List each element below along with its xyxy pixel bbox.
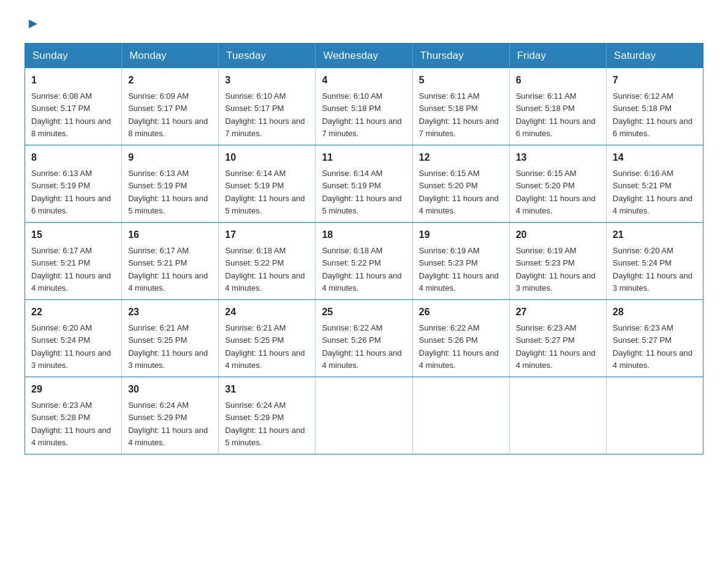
header-day-tuesday: Tuesday [219, 44, 316, 69]
day-number: 12 [419, 150, 503, 165]
day-info: Sunrise: 6:21 AMSunset: 5:25 PMDaylight:… [128, 323, 208, 370]
day-info: Sunrise: 6:21 AMSunset: 5:25 PMDaylight:… [225, 323, 305, 370]
day-number: 7 [613, 73, 697, 88]
day-info: Sunrise: 6:22 AMSunset: 5:26 PMDaylight:… [322, 323, 401, 370]
calendar-cell: 16 Sunrise: 6:17 AMSunset: 5:21 PMDaylig… [122, 223, 219, 300]
calendar-cell: 7 Sunrise: 6:12 AMSunset: 5:18 PMDayligh… [606, 68, 703, 145]
calendar-cell: 22 Sunrise: 6:20 AMSunset: 5:24 PMDaylig… [25, 300, 122, 377]
calendar-cell: 3 Sunrise: 6:10 AMSunset: 5:17 PMDayligh… [219, 68, 316, 145]
calendar-cell [316, 377, 412, 454]
calendar-cell: 1 Sunrise: 6:08 AMSunset: 5:17 PMDayligh… [25, 68, 122, 145]
day-number: 20 [516, 228, 600, 242]
day-number: 14 [613, 150, 697, 165]
day-number: 22 [31, 305, 115, 320]
calendar-cell: 29 Sunrise: 6:23 AMSunset: 5:28 PMDaylig… [25, 377, 122, 454]
calendar-cell: 2 Sunrise: 6:09 AMSunset: 5:17 PMDayligh… [122, 68, 219, 145]
calendar-cell [509, 377, 606, 454]
calendar-cell: 11 Sunrise: 6:14 AMSunset: 5:19 PMDaylig… [316, 145, 412, 223]
day-info: Sunrise: 6:11 AMSunset: 5:18 PMDaylight:… [419, 91, 499, 138]
calendar-cell [606, 377, 703, 454]
day-number: 13 [516, 150, 600, 165]
day-info: Sunrise: 6:23 AMSunset: 5:27 PMDaylight:… [613, 323, 692, 370]
day-info: Sunrise: 6:18 AMSunset: 5:22 PMDaylight:… [225, 246, 305, 293]
day-number: 25 [322, 305, 406, 320]
day-info: Sunrise: 6:14 AMSunset: 5:19 PMDaylight:… [225, 169, 305, 215]
calendar-cell: 21 Sunrise: 6:20 AMSunset: 5:24 PMDaylig… [606, 223, 703, 300]
calendar-cell: 10 Sunrise: 6:14 AMSunset: 5:19 PMDaylig… [219, 145, 316, 223]
day-info: Sunrise: 6:14 AMSunset: 5:19 PMDaylight:… [322, 169, 401, 215]
day-number: 19 [419, 228, 503, 242]
day-number: 9 [128, 150, 212, 165]
day-info: Sunrise: 6:13 AMSunset: 5:19 PMDaylight:… [31, 169, 111, 215]
header-row: SundayMondayTuesdayWednesdayThursdayFrid… [25, 44, 703, 69]
day-info: Sunrise: 6:23 AMSunset: 5:28 PMDaylight:… [31, 400, 111, 447]
day-number: 21 [613, 228, 697, 242]
calendar-week-5: 29 Sunrise: 6:23 AMSunset: 5:28 PMDaylig… [25, 377, 703, 454]
day-info: Sunrise: 6:19 AMSunset: 5:23 PMDaylight:… [419, 246, 499, 293]
logo [25, 18, 40, 31]
day-info: Sunrise: 6:22 AMSunset: 5:26 PMDaylight:… [419, 323, 499, 370]
day-number: 3 [225, 73, 309, 88]
day-info: Sunrise: 6:10 AMSunset: 5:18 PMDaylight:… [322, 91, 401, 138]
day-number: 23 [128, 305, 212, 320]
calendar-cell: 27 Sunrise: 6:23 AMSunset: 5:27 PMDaylig… [509, 300, 606, 377]
calendar-cell: 31 Sunrise: 6:24 AMSunset: 5:29 PMDaylig… [219, 377, 316, 454]
day-info: Sunrise: 6:23 AMSunset: 5:27 PMDaylight:… [516, 323, 596, 370]
day-number: 17 [225, 228, 309, 242]
calendar-cell: 30 Sunrise: 6:24 AMSunset: 5:29 PMDaylig… [122, 377, 219, 454]
calendar-cell: 15 Sunrise: 6:17 AMSunset: 5:21 PMDaylig… [25, 223, 122, 300]
calendar-cell: 6 Sunrise: 6:11 AMSunset: 5:18 PMDayligh… [509, 68, 606, 145]
day-number: 15 [31, 228, 115, 242]
header-day-friday: Friday [509, 44, 606, 69]
day-info: Sunrise: 6:15 AMSunset: 5:20 PMDaylight:… [419, 169, 499, 215]
day-info: Sunrise: 6:16 AMSunset: 5:21 PMDaylight:… [613, 169, 692, 215]
calendar-cell: 25 Sunrise: 6:22 AMSunset: 5:26 PMDaylig… [316, 300, 412, 377]
day-number: 5 [419, 73, 503, 88]
calendar-week-3: 15 Sunrise: 6:17 AMSunset: 5:21 PMDaylig… [25, 223, 703, 300]
calendar-week-4: 22 Sunrise: 6:20 AMSunset: 5:24 PMDaylig… [25, 300, 703, 377]
calendar-cell: 14 Sunrise: 6:16 AMSunset: 5:21 PMDaylig… [606, 145, 703, 223]
day-info: Sunrise: 6:10 AMSunset: 5:17 PMDaylight:… [225, 91, 305, 138]
calendar-week-1: 1 Sunrise: 6:08 AMSunset: 5:17 PMDayligh… [25, 68, 703, 145]
logo-triangle-icon [26, 17, 40, 31]
header-day-monday: Monday [122, 44, 219, 69]
calendar-cell: 12 Sunrise: 6:15 AMSunset: 5:20 PMDaylig… [412, 145, 509, 223]
day-info: Sunrise: 6:24 AMSunset: 5:29 PMDaylight:… [225, 400, 305, 447]
day-info: Sunrise: 6:09 AMSunset: 5:17 PMDaylight:… [128, 91, 208, 138]
calendar-week-2: 8 Sunrise: 6:13 AMSunset: 5:19 PMDayligh… [25, 145, 703, 223]
calendar-cell: 8 Sunrise: 6:13 AMSunset: 5:19 PMDayligh… [25, 145, 122, 223]
calendar-cell: 17 Sunrise: 6:18 AMSunset: 5:22 PMDaylig… [219, 223, 316, 300]
day-info: Sunrise: 6:19 AMSunset: 5:23 PMDaylight:… [516, 246, 596, 293]
calendar-cell: 20 Sunrise: 6:19 AMSunset: 5:23 PMDaylig… [509, 223, 606, 300]
day-number: 6 [516, 73, 600, 88]
day-info: Sunrise: 6:17 AMSunset: 5:21 PMDaylight:… [31, 246, 111, 293]
day-number: 1 [31, 73, 115, 88]
day-number: 27 [516, 305, 600, 320]
calendar-cell: 5 Sunrise: 6:11 AMSunset: 5:18 PMDayligh… [412, 68, 509, 145]
page-header [25, 18, 703, 31]
calendar-cell: 18 Sunrise: 6:18 AMSunset: 5:22 PMDaylig… [316, 223, 412, 300]
calendar-cell: 4 Sunrise: 6:10 AMSunset: 5:18 PMDayligh… [316, 68, 412, 145]
header-day-saturday: Saturday [606, 44, 703, 69]
day-info: Sunrise: 6:24 AMSunset: 5:29 PMDaylight:… [128, 400, 208, 447]
calendar-table: SundayMondayTuesdayWednesdayThursdayFrid… [25, 43, 703, 454]
day-number: 4 [322, 73, 406, 88]
day-number: 26 [419, 305, 503, 320]
day-info: Sunrise: 6:20 AMSunset: 5:24 PMDaylight:… [613, 246, 692, 293]
day-info: Sunrise: 6:12 AMSunset: 5:18 PMDaylight:… [613, 91, 692, 138]
day-number: 24 [225, 305, 309, 320]
day-number: 31 [225, 382, 309, 397]
day-info: Sunrise: 6:13 AMSunset: 5:19 PMDaylight:… [128, 169, 208, 215]
header-day-wednesday: Wednesday [316, 44, 412, 69]
day-info: Sunrise: 6:20 AMSunset: 5:24 PMDaylight:… [31, 323, 111, 370]
day-info: Sunrise: 6:08 AMSunset: 5:17 PMDaylight:… [31, 91, 111, 138]
calendar-cell: 23 Sunrise: 6:21 AMSunset: 5:25 PMDaylig… [122, 300, 219, 377]
day-number: 30 [128, 382, 212, 397]
day-info: Sunrise: 6:15 AMSunset: 5:20 PMDaylight:… [516, 169, 596, 215]
day-info: Sunrise: 6:18 AMSunset: 5:22 PMDaylight:… [322, 246, 401, 293]
day-number: 16 [128, 228, 212, 242]
day-number: 2 [128, 73, 212, 88]
header-day-thursday: Thursday [412, 44, 509, 69]
day-number: 10 [225, 150, 309, 165]
day-number: 11 [322, 150, 406, 165]
